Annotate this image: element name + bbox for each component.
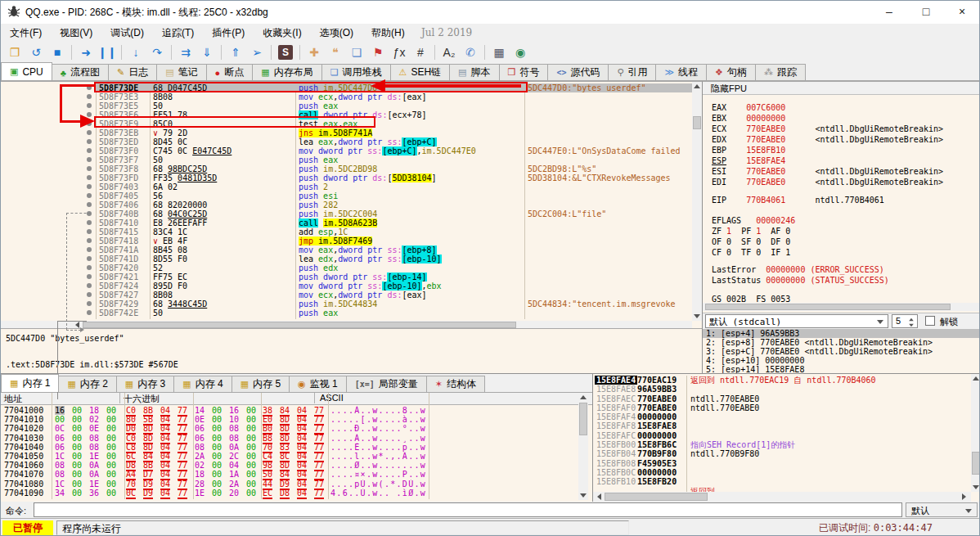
disasm-row[interactable]: 5D8F7424895D F0mov dword ptr ss:[ebp-10]… <box>1 282 692 291</box>
bookmarks-icon[interactable]: ⚑ <box>368 43 388 61</box>
breakpoint-dot[interactable] <box>87 157 92 162</box>
memory-row[interactable]: 770410501C001E006C8404772A002C00C48C0477… <box>1 452 578 461</box>
stack-vscrollbar[interactable] <box>971 374 980 492</box>
register-line[interactable]: EDX 770EABE0 <ntdll.DbgUiRemoteBreakin> <box>712 135 943 144</box>
tab-script[interactable]: ▤脚本 <box>449 64 499 80</box>
tab-breakpoints[interactable]: ●断点 <box>206 64 254 80</box>
tab-cpu[interactable]: ▣CPU <box>1 62 52 80</box>
breakpoint-dot[interactable] <box>87 265 92 270</box>
tab-seh[interactable]: ⚠SEH链 <box>390 64 451 80</box>
comments-icon[interactable]: ❝ <box>326 43 345 61</box>
stack-row[interactable]: 15E8FAEC770EABE0ntdll.770EABE0 <box>593 394 970 403</box>
disasm-row[interactable]: 5D8F741A8B45 08mov eax,dword ptr ss:[ebp… <box>1 245 692 254</box>
tab-dump5[interactable]: ▦内存 5 <box>232 376 290 392</box>
breakpoint-dot[interactable] <box>87 256 92 261</box>
step-out-icon[interactable]: ⇑ <box>226 43 245 61</box>
disasm-row[interactable]: 5D8F740556push esi <box>1 191 692 200</box>
tab-graph[interactable]: ♣流程图 <box>52 64 109 80</box>
disasm-row[interactable]: 5D8F73FDFF35 0481D35Dpush dword ptr ds:[… <box>1 173 692 182</box>
stack-panel[interactable]: 15E8FAE4770EAC19返回到 ntdll.770EAC19 自 ntd… <box>592 373 980 502</box>
disasm-row[interactable]: 5D8F73F750push eax <box>1 155 692 164</box>
disasm-row[interactable]: 5D8F742052push edx <box>1 263 692 273</box>
tab-source[interactable]: <>源代码 <box>547 64 609 80</box>
memory-row[interactable]: 7704103006000800C08D047706000800B88D0477… <box>1 434 578 443</box>
register-line[interactable]: OF 0 SF 0 DF 0 <box>712 237 790 246</box>
stack-row[interactable]: 15E8FAFC00000000 <box>593 431 970 440</box>
memory-dump-panel[interactable]: ▦内存 1▦内存 2▦内存 3▦内存 4▦内存 5◉监视 1[x=]局部变量✶结… <box>1 373 592 502</box>
breakpoint-dot[interactable] <box>87 211 92 216</box>
tab-handles[interactable]: ❖句柄 <box>706 64 756 80</box>
command-mode-combo[interactable]: 默认 <box>906 502 978 517</box>
register-line[interactable]: EDI 770EABE0 <ntdll.DbgUiRemoteBreakin> <box>712 178 943 187</box>
breakpoint-dot[interactable] <box>87 184 92 189</box>
stop-icon[interactable]: ■ <box>47 43 67 61</box>
disasm-row[interactable]: 5D8F7410E8 26EEFAFFcall im.5D8A623B <box>1 218 692 227</box>
tab-symbols[interactable]: ❒符号 <box>499 64 549 80</box>
breakpoint-dot[interactable] <box>87 247 92 252</box>
stack-row[interactable]: 15E8FAE4770EAC19返回到 ntdll.770EAC19 自 ntd… <box>593 376 970 385</box>
memory-row[interactable]: 7704101000000200805B04770E001000E08D0477… <box>1 415 578 424</box>
disasm-row[interactable]: 5D8F73F868 98BDC25Dpush im.5DC2BD985DC2B… <box>1 164 692 173</box>
minimize-button[interactable]: – <box>871 1 907 24</box>
calling-convention-combo[interactable]: 默认 (stdcall) <box>705 314 888 328</box>
register-line[interactable]: EBP 15E8FB10 <box>712 146 785 155</box>
disasm-row[interactable]: 5D8F740B68 04C0C25Dpush im.5DC2C0045DC2C… <box>1 209 692 218</box>
tab-dump2[interactable]: ▦内存 2 <box>58 376 116 392</box>
register-line[interactable]: LastError 00000000 (ERROR_SUCCESS) <box>712 265 884 274</box>
register-line[interactable]: ZF 1 PF 1 AF 0 <box>712 227 790 236</box>
memory-row[interactable]: 770410801C001E0070D9047728002A0044D90477… <box>1 480 578 489</box>
close-button[interactable]: × <box>944 1 980 24</box>
register-line[interactable]: EAX 007C6000 <box>712 103 785 112</box>
disasm-row[interactable]: 5D8F74036A 02push 2 <box>1 182 692 191</box>
breakpoint-dot[interactable] <box>87 301 92 306</box>
menu-调试(D)[interactable]: 调试(D) <box>101 24 153 43</box>
breakpoint-dot[interactable] <box>87 139 92 144</box>
pause-icon[interactable]: ❙❙ <box>97 43 117 61</box>
hash-icon[interactable]: # <box>411 43 430 61</box>
disasm-row[interactable]: 5D8F73E550push eax <box>1 101 692 110</box>
disasm-row[interactable]: 5D8F742E50push eax <box>1 309 692 318</box>
patches-icon[interactable]: ✚ <box>304 43 324 61</box>
breakpoint-dot[interactable] <box>87 238 92 243</box>
register-line[interactable]: ESP 15E8FAE4 <box>712 156 785 165</box>
hide-fpu-button[interactable]: 隐藏FPU <box>703 82 980 95</box>
tab-dump1[interactable]: ▦内存 1 <box>1 374 59 392</box>
stack-row[interactable]: 15E8FAF400000000 <box>593 412 970 421</box>
argument-row[interactable]: 3: [esp+C] 770EABE0 <ntdll.DbgUiRemoteBr… <box>703 347 980 356</box>
disasm-row[interactable]: 5D8F73E38B08mov ecx,dword ptr ds:[eax] <box>1 92 692 101</box>
tab-log[interactable]: ✎日志 <box>108 64 157 80</box>
stack-row[interactable]: 15E8FAF815E8FAE8 <box>593 421 970 430</box>
tab-watch1[interactable]: ◉监视 1 <box>289 376 347 392</box>
register-line[interactable]: EIP 770B4061 ntdll.770B4061 <box>712 196 884 205</box>
tab-dump4[interactable]: ▦内存 4 <box>173 376 232 392</box>
menu-文件(F)[interactable]: 文件(F) <box>1 24 51 43</box>
argument-row[interactable]: 4: [esp+10] 00000000 <box>703 356 980 365</box>
maximize-button[interactable]: □ <box>908 1 944 24</box>
tab-trace[interactable]: ⁂跟踪 <box>755 64 806 80</box>
memory-row[interactable]: 77041090340036000CD904771E002000ECD80477… <box>1 489 578 498</box>
breakpoint-dot[interactable] <box>87 166 92 171</box>
tab-struct[interactable]: ✶结构体 <box>426 376 485 392</box>
restart-icon[interactable]: ↺ <box>26 43 46 61</box>
disasm-row[interactable]: 5D8F74278B08mov ecx,dword ptr ds:[eax] <box>1 291 692 300</box>
stack-row[interactable]: 15E8FB08F45905E3 <box>593 459 970 468</box>
disasm-row[interactable]: 5D8F7421FF75 ECpush dword ptr ss:[ebp-14… <box>1 273 692 282</box>
tab-call-stack[interactable]: ❏调用堆栈 <box>321 64 391 80</box>
breakpoint-dot[interactable] <box>87 229 92 234</box>
tab-threads[interactable]: ≫线程 <box>655 64 707 80</box>
breakpoint-dot[interactable] <box>87 310 92 315</box>
notes-device-icon[interactable]: ✆ <box>461 43 480 61</box>
preferences-globe-icon[interactable]: ◉ <box>510 43 530 61</box>
disasm-row[interactable]: 5D8F73EB∨ 79 2Djns im.5D8F741A <box>1 128 692 137</box>
menu-插件(P)[interactable]: 插件(P) <box>203 24 254 43</box>
stack-row[interactable]: 15E8FB1015E8FB20 <box>593 477 970 486</box>
animate-into-icon[interactable]: ⇉ <box>176 43 196 61</box>
unlock-checkbox[interactable] <box>925 316 935 326</box>
disasm-row[interactable]: 5D8F7418∨ EB 4Fjmp im.5D8F7469 <box>1 236 692 245</box>
register-line[interactable]: EBX 00000000 <box>712 114 785 123</box>
font-icon[interactable]: A₂ <box>439 43 459 61</box>
menu-帮助(H)[interactable]: 帮助(H) <box>362 24 414 43</box>
disasm-vscrollbar[interactable] <box>692 82 702 321</box>
step-into-icon[interactable]: ↓ <box>126 43 146 61</box>
breakpoint-dot[interactable] <box>87 283 92 288</box>
